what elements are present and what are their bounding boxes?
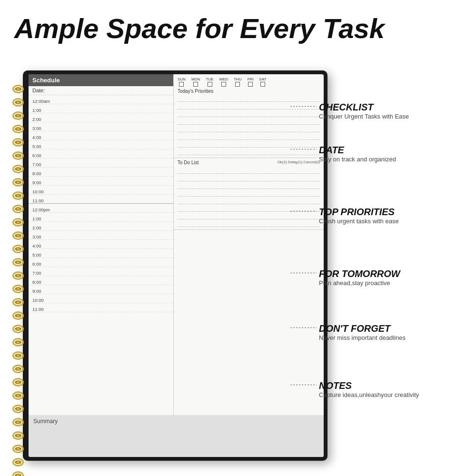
annotation-desc: Crush urgent tasks with ease [319, 218, 399, 226]
annotation-title: NOTES [319, 380, 419, 391]
spiral-ring [12, 405, 24, 413]
time-row: 7:00 [29, 267, 173, 276]
spiral-ring [12, 338, 24, 347]
day-label: WED [219, 77, 228, 81]
spiral-ring [12, 165, 24, 173]
todo-line [178, 182, 320, 189]
todo-line [178, 174, 320, 181]
day-checkbox[interactable] [208, 82, 212, 87]
todo-line [178, 167, 320, 174]
spiral-ring [12, 151, 24, 160]
time-row: 10:00 [29, 294, 173, 303]
spiral-binding [12, 85, 25, 476]
spiral-ring [12, 85, 24, 93]
todo-line [178, 197, 320, 204]
annotation-desc: Plan ahead,stay proactive [319, 279, 400, 288]
annotation-dot-line [290, 149, 317, 149]
day-label: FRI [248, 77, 254, 81]
time-row: 12:00am [29, 95, 173, 104]
annotation-dont-forget: DON'T FORGETNever miss important deadlin… [319, 323, 406, 342]
schedule-header: Schedule [29, 74, 173, 86]
day-checkbox[interactable] [260, 82, 265, 87]
time-row: 3:00 [29, 231, 173, 240]
notebook: Schedule Date: 12:00am1:002:003:004:005:… [23, 70, 327, 461]
annotation-title: CHECKLIST [319, 101, 409, 113]
spiral-ring [12, 98, 24, 107]
priority-line [178, 95, 320, 102]
day-item: SUN [178, 77, 186, 87]
day-label: THU [234, 77, 241, 81]
todo-line [178, 189, 320, 197]
spiral-ring [12, 298, 24, 307]
spiral-ring [12, 178, 24, 187]
annotation-dot-line [290, 385, 317, 385]
priority-line [178, 140, 320, 148]
day-checkbox[interactable] [248, 82, 253, 87]
time-row: 5:00 [29, 140, 173, 149]
annotation-desc: Never miss important deadlines [319, 334, 406, 342]
spiral-ring [12, 391, 24, 400]
checklist-section: SUNMONTUEWEDTHUFRISAT Today's Priorities [174, 74, 324, 158]
annotation-date: DATEStay on track and organized [319, 144, 396, 164]
priority-line [178, 118, 320, 125]
spiral-ring [12, 138, 24, 147]
spiral-ring [12, 431, 24, 440]
annotation-checklist: CHECKLISTConquer Urgent Tasks with Ease [319, 101, 409, 121]
annotation-title: DON'T FORGET [319, 323, 406, 334]
day-label: MON [191, 77, 200, 81]
annotation-desc: Conquer Urgent Tasks with Ease [319, 113, 409, 121]
time-row: 10:00 [29, 186, 173, 195]
spiral-ring [12, 365, 24, 373]
time-row: 9:00 [29, 285, 173, 294]
spiral-ring [12, 231, 24, 240]
time-row: 6:00 [29, 149, 173, 159]
time-row: 4:00 [29, 131, 173, 140]
spiral-ring [12, 191, 24, 200]
day-label: SUN [178, 77, 186, 81]
day-checkbox[interactable] [235, 82, 240, 87]
annotation-title: TOP PRIORITIES [319, 206, 399, 218]
time-row: 2:00 [29, 113, 173, 122]
todo-header: To Do List Ok(2) Delay(1) Cancel(0) [178, 160, 320, 165]
todo-line [178, 212, 320, 219]
annotation-title: DATE [319, 144, 396, 156]
spiral-ring [12, 125, 24, 133]
time-rows: 12:00am1:002:003:004:005:006:007:008:009… [29, 95, 173, 312]
spiral-ring [12, 218, 24, 227]
main-title: Ample Space for Every Task [14, 13, 462, 44]
spiral-ring [12, 378, 24, 387]
spiral-ring [12, 311, 24, 320]
todo-status: Ok(2) Delay(1) Cancel(0) [278, 160, 320, 165]
spiral-ring [12, 351, 24, 360]
day-item: TUE [206, 77, 214, 87]
notebook-page: Schedule Date: 12:00am1:002:003:004:005:… [29, 74, 324, 457]
day-checkbox[interactable] [221, 82, 226, 87]
time-row: 8:00 [29, 276, 173, 285]
day-label: SAT [259, 77, 267, 81]
spiral-ring [12, 271, 24, 280]
spiral-ring [12, 111, 24, 120]
priority-line [178, 133, 320, 140]
time-row: 11:00 [29, 303, 173, 312]
right-column: SUNMONTUEWEDTHUFRISAT Today's Priorities… [174, 74, 324, 457]
spiral-ring [12, 205, 24, 213]
priority-line [178, 125, 320, 132]
date-row: Date: [29, 86, 173, 95]
spiral-ring [12, 245, 24, 253]
spiral-ring [12, 325, 24, 333]
day-label: TUE [206, 77, 214, 81]
day-checkbox[interactable] [179, 82, 184, 87]
day-checkbox[interactable] [193, 82, 198, 87]
priority-lines [178, 95, 320, 155]
time-row: 7:00 [29, 159, 173, 168]
time-row: 2:00 [29, 222, 173, 231]
spiral-ring [12, 258, 24, 267]
time-row: 3:00 [29, 122, 173, 131]
annotation-desc: Capture ideas,unleashyour creativity [319, 391, 419, 399]
spiral-ring [12, 445, 24, 453]
time-row: 4:00 [29, 240, 173, 249]
time-row: 1:00 [29, 213, 173, 222]
time-row: 5:00 [29, 249, 173, 258]
priorities-header: Today's Priorities [178, 89, 320, 94]
annotation-title: FOR TOMORROW [319, 268, 400, 279]
